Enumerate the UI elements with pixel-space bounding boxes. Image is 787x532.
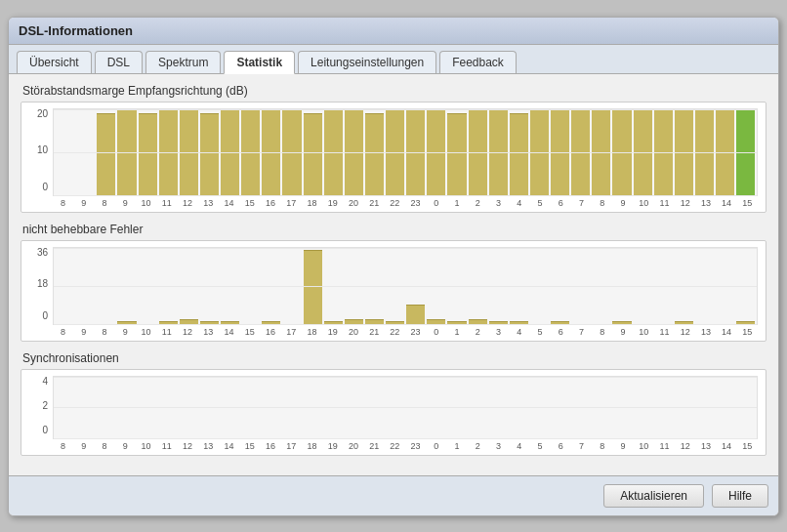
x-label: 11	[654, 327, 675, 337]
x-label: 8	[53, 441, 73, 451]
bar	[447, 321, 466, 323]
x-label: 15	[239, 441, 260, 451]
bar	[427, 437, 445, 438]
bars-inner-storabstand	[54, 109, 757, 195]
chart-area-synchronisationen: 4208989101112131415161718192021222301234…	[29, 376, 758, 451]
bar	[530, 437, 549, 438]
help-button[interactable]: Hilfe	[712, 484, 768, 508]
tab-feedback[interactable]: Feedback	[439, 51, 517, 73]
x-label: 14	[717, 441, 737, 451]
bar	[406, 109, 425, 195]
bar	[634, 437, 652, 438]
tab-spektrum[interactable]: Spektrum	[145, 51, 221, 73]
bar	[654, 437, 673, 438]
chart-section-synchronisationen: Synchronisationen42089891011121314151617…	[21, 351, 766, 456]
bar	[551, 437, 569, 438]
x-label: 7	[571, 327, 592, 337]
bar	[695, 109, 714, 195]
x-label: 0	[426, 198, 446, 208]
bar	[56, 194, 74, 195]
x-label: 16	[260, 327, 280, 337]
bar	[592, 323, 610, 324]
x-label: 14	[219, 327, 239, 337]
x-label: 23	[405, 327, 426, 337]
x-label: 14	[219, 441, 239, 451]
x-label: 12	[675, 441, 695, 451]
x-label: 5	[529, 327, 550, 337]
x-label: 12	[177, 441, 197, 451]
refresh-button[interactable]: Aktualisieren	[603, 484, 704, 508]
bar	[241, 437, 260, 438]
x-label: 11	[156, 198, 177, 208]
x-label: 22	[385, 198, 405, 208]
x-label: 1	[446, 441, 467, 451]
bar	[365, 319, 384, 323]
x-label: 2	[468, 441, 488, 451]
bar	[675, 321, 693, 323]
bar	[97, 113, 115, 195]
x-label: 11	[654, 441, 675, 451]
tab-bar: ÜbersichtDSLSpektrumStatistikLeitungsein…	[9, 45, 778, 74]
x-label: 12	[177, 198, 197, 208]
y-label: 10	[37, 144, 48, 155]
chart-area-storabstand: 2010089891011121314151617181920212223012…	[29, 108, 758, 208]
x-label: 2	[468, 198, 488, 208]
bar	[386, 437, 404, 438]
bar	[695, 323, 714, 324]
bar	[282, 323, 301, 324]
x-label: 9	[612, 198, 633, 208]
bars-bg-storabstand	[53, 108, 758, 196]
bar	[489, 321, 508, 323]
x-label: 15	[239, 327, 260, 337]
content-area: Störabstandsmarge Empfangsrichtung (dB)2…	[9, 74, 778, 475]
x-label: 0	[426, 441, 446, 451]
bar	[324, 321, 343, 323]
bar	[97, 437, 115, 438]
bar	[510, 113, 528, 195]
x-label: 10	[634, 327, 654, 337]
bar	[406, 305, 425, 324]
x-label: 1	[446, 327, 467, 337]
x-axis-storabstand: 8989101112131415161718192021222301234567…	[53, 198, 758, 208]
x-label: 22	[385, 327, 405, 337]
bar	[262, 109, 280, 195]
x-label: 8	[94, 441, 114, 451]
bar	[345, 437, 363, 438]
bar	[675, 109, 693, 195]
bar	[510, 321, 528, 323]
tab-statistik[interactable]: Statistik	[224, 51, 295, 74]
bar	[324, 109, 343, 195]
bar	[345, 109, 363, 195]
tab-dsl[interactable]: DSL	[95, 51, 143, 73]
chart-container-fehler: 3618089891011121314151617181920212223012…	[21, 240, 766, 342]
x-label: 20	[343, 441, 363, 451]
panel-title: DSL-Informationen	[9, 18, 778, 45]
x-axis-fehler: 8989101112131415161718192021222301234567…	[53, 327, 758, 337]
bar	[139, 437, 157, 438]
tab-uebersicht[interactable]: Übersicht	[17, 51, 92, 73]
bar	[180, 109, 198, 195]
bar	[736, 321, 755, 323]
bar	[634, 323, 652, 324]
x-label: 0	[426, 327, 446, 337]
bar	[365, 437, 384, 438]
x-label: 17	[281, 198, 302, 208]
bar	[427, 109, 445, 195]
bar	[221, 437, 239, 438]
x-label: 15	[239, 198, 260, 208]
x-label: 19	[322, 327, 343, 337]
x-label: 3	[488, 198, 509, 208]
tab-leitungseinstellungen[interactable]: Leitungseinstellungen	[298, 51, 436, 73]
x-label: 12	[177, 327, 197, 337]
x-label: 13	[695, 441, 716, 451]
x-label: 15	[737, 441, 758, 451]
bar	[76, 323, 95, 324]
x-label: 11	[654, 198, 675, 208]
bar	[469, 109, 487, 195]
x-label: 4	[509, 441, 529, 451]
bar	[365, 113, 384, 195]
footer: Aktualisieren Hilfe	[9, 475, 778, 515]
bar	[139, 113, 157, 195]
bars-inner-synchronisationen	[54, 377, 757, 438]
x-label: 21	[364, 441, 385, 451]
